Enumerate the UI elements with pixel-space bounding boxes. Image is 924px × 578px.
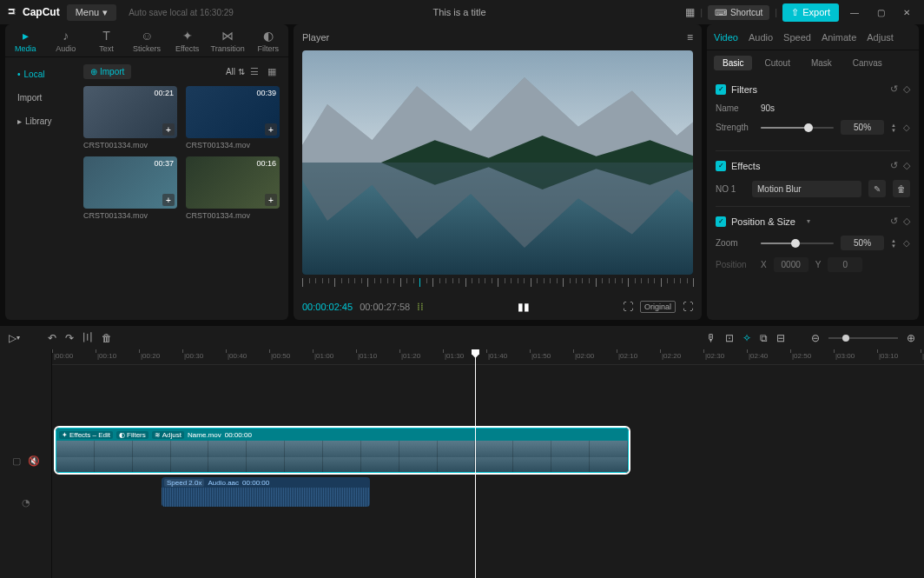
keyframe-icon[interactable]: ◇ [903,160,910,171]
inspector-tab-speed[interactable]: Speed [783,32,811,43]
audio-track-controls[interactable]: ◔ [0,485,52,520]
media-thumbnail[interactable]: 00:39+CRST001334.mov [186,86,280,149]
fullscreen-icon[interactable]: ⛶ [683,301,693,313]
edit-effect-icon[interactable]: ✎ [868,180,886,197]
main-track-icon[interactable]: ⊡ [725,332,734,344]
sidebar-item-library[interactable]: ▸Library [10,111,69,131]
playhead[interactable] [475,349,476,578]
video-track-controls[interactable]: ▢ 🔇 [0,436,52,485]
inspector-tab-adjust[interactable]: Adjust [867,32,894,43]
player-menu-icon[interactable]: ≡ [687,31,693,43]
audio-clip[interactable]: Speed 2.0x Audio.aac 00:00:00 [162,477,370,507]
subtab-basic[interactable]: Basic [714,56,752,70]
sidebar-item-local[interactable]: •Local [10,64,69,84]
select-tool[interactable]: ▷ ▾ [9,332,20,344]
media-thumbnail[interactable]: 00:16+CRST001334.mov [186,156,280,220]
inspector-tab-video[interactable]: Video [714,32,738,43]
strength-input[interactable] [841,120,884,135]
stickers-icon: ☺ [141,29,153,43]
media-tab-stickers[interactable]: ☺Stickers [127,24,168,56]
mute-icon[interactable]: 🔇 [28,455,40,467]
media-tab-transition[interactable]: ⋈Transition [208,24,248,56]
chevron-down-icon[interactable]: ▾ [807,217,810,225]
media-tab-media[interactable]: ▸Media [5,24,46,56]
add-to-timeline-icon[interactable]: + [265,123,277,136]
zoom-slider[interactable] [761,242,834,244]
media-tab-audio[interactable]: ♪Audio [46,24,87,56]
reset-icon[interactable]: ↺ [890,160,898,171]
audio-meter-icon[interactable]: ⁞⁞ [417,301,424,313]
add-to-timeline-icon[interactable]: + [162,194,175,206]
split-button[interactable]: 〣 [82,330,93,345]
strength-slider[interactable] [761,127,834,129]
subtab-cutout[interactable]: Cutout [756,56,798,70]
shortcut-button[interactable]: ⌨ Shortcut [708,5,769,20]
sidebar-item-import[interactable]: Import [10,88,69,108]
quality-badge[interactable]: Original [640,301,676,313]
video-clip[interactable]: ✦Effects – Edit ◐Filters ≋Adjust Name.mo… [56,428,629,473]
zoom-input[interactable] [841,236,884,250]
video-track[interactable]: ✦Effects – Edit ◐Filters ≋Adjust Name.mo… [52,426,924,475]
reset-icon[interactable]: ↺ [890,216,898,227]
grid-view-icon[interactable]: ▦ [267,66,280,78]
x-input[interactable] [774,257,808,272]
inspector-tab-animate[interactable]: Animate [822,32,856,43]
add-to-timeline-icon[interactable]: + [162,123,175,136]
strength-spinner[interactable]: ▲▼ [891,123,896,133]
keyframe-icon[interactable]: ◇ [903,83,910,95]
media-thumbnail[interactable]: 00:21+CRST001334.mov [83,86,177,149]
media-tab-text[interactable]: TText [86,24,127,56]
y-input[interactable] [828,257,862,272]
preview-axis-icon[interactable]: ⊟ [776,332,785,344]
audio-track[interactable]: Speed 2.0x Audio.aac 00:00:00 [52,475,924,509]
timeline-ruler[interactable]: |00:00|00:10|00:20|00:30|00:40|00:50|01:… [52,349,924,365]
effect-index: NO 1 [716,184,745,194]
add-to-timeline-icon[interactable]: + [265,194,277,206]
export-button[interactable]: ⇧ Export [782,3,839,22]
keyframe-icon[interactable]: ◇ [903,216,910,227]
sort-icon[interactable]: ☰ [250,66,262,78]
clip-adjust-tag[interactable]: ≋Adjust [152,431,184,439]
inspector-tab-audio[interactable]: Audio [749,32,773,43]
keyframe-icon[interactable]: ◇ [903,238,910,248]
filter-all[interactable]: All ⇅ [226,67,245,76]
timeline-zoom-slider[interactable] [828,337,898,339]
player-viewport[interactable] [302,50,693,275]
time-current: 00:00:02:45 [302,302,353,312]
menu-button[interactable]: Menu ▾ [67,4,117,21]
play-pause-button[interactable]: ▮▮ [518,301,530,313]
clip-filters-tag[interactable]: ◐Filters [116,431,148,439]
delete-button[interactable]: 🗑 [102,332,112,344]
position-checkbox[interactable]: ✓ [716,216,726,227]
reset-icon[interactable]: ↺ [890,83,898,95]
subtab-canvas[interactable]: Canvas [844,56,891,70]
media-tab-filters[interactable]: ◐Filters [248,24,288,56]
clip-effects-tag[interactable]: ✦Effects – Edit [59,431,113,439]
zoom-in-button[interactable]: ⊕ [907,332,915,344]
import-button[interactable]: ⊕ Import [83,64,131,79]
redo-button[interactable]: ↷ [65,332,74,344]
project-title[interactable]: This is a title [241,7,678,17]
subtab-mask[interactable]: Mask [802,56,841,70]
effects-checkbox[interactable]: ✓ [716,161,726,171]
player-ruler[interactable] [302,278,693,294]
window-close[interactable]: ✕ [896,8,917,17]
magnet-icon[interactable]: ✧ [742,332,751,344]
layout-icon[interactable]: ▦ [685,6,695,18]
delete-effect-icon[interactable]: 🗑 [893,180,910,197]
undo-button[interactable]: ↶ [48,332,56,344]
media-tab-effects[interactable]: ✦Effects [167,24,208,56]
lock-icon[interactable]: ▢ [12,455,21,467]
zoom-spinner[interactable]: ▲▼ [891,238,896,249]
keyframe-icon[interactable]: ◇ [903,123,910,132]
media-thumbnail[interactable]: 00:37+CRST001334.mov [83,156,177,220]
record-icon[interactable]: 🎙 [706,332,716,344]
window-maximize[interactable]: ▢ [870,8,891,17]
window-minimize[interactable]: — [844,8,865,17]
zoom-out-button[interactable]: ⊖ [811,332,820,344]
clock-icon[interactable]: ◔ [22,497,30,508]
link-icon[interactable]: ⧉ [760,332,768,344]
crop-icon[interactable]: ⛶ [623,301,633,313]
filters-checkbox[interactable]: ✓ [716,84,726,95]
thumb-filename: CRST001334.mov [186,141,280,149]
